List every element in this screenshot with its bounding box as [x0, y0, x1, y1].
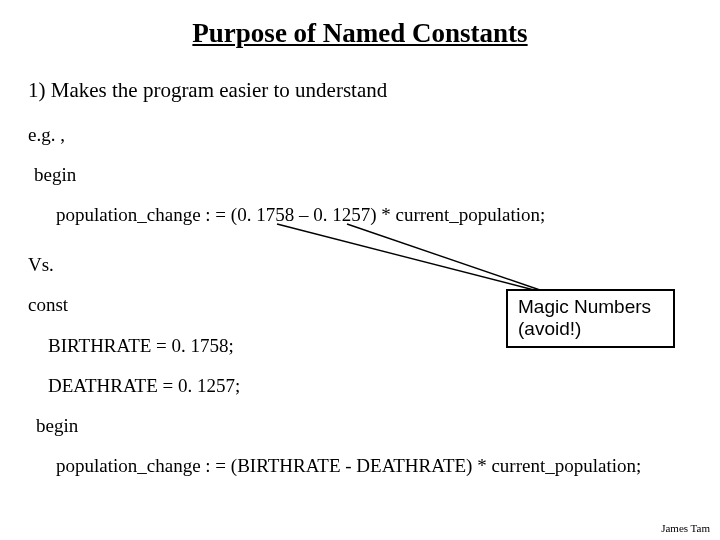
callout-line-1: Magic Numbers: [518, 296, 663, 318]
const-keyword: const: [28, 294, 68, 316]
callout-line-2: (avoid!): [518, 318, 663, 340]
code-line-1: population_change : = (0. 1758 – 0. 1257…: [56, 204, 545, 226]
svg-line-0: [277, 224, 534, 290]
bullet-1: 1) Makes the program easier to understan…: [28, 78, 387, 103]
eg-label: e.g. ,: [28, 124, 65, 146]
footer-author: James Tam: [661, 522, 710, 534]
callout-box: Magic Numbers (avoid!): [506, 289, 675, 348]
slide: Purpose of Named Constants 1) Makes the …: [0, 0, 720, 540]
begin-2: begin: [36, 415, 78, 437]
begin-1: begin: [34, 164, 76, 186]
birthrate-line: BIRTHRATE = 0. 1758;: [48, 335, 234, 357]
svg-line-1: [347, 224, 540, 290]
code-line-2: population_change : = (BIRTHRATE - DEATH…: [56, 455, 641, 477]
deathrate-line: DEATHRATE = 0. 1257;: [48, 375, 240, 397]
slide-title: Purpose of Named Constants: [0, 18, 720, 49]
vs-label: Vs.: [28, 254, 54, 276]
